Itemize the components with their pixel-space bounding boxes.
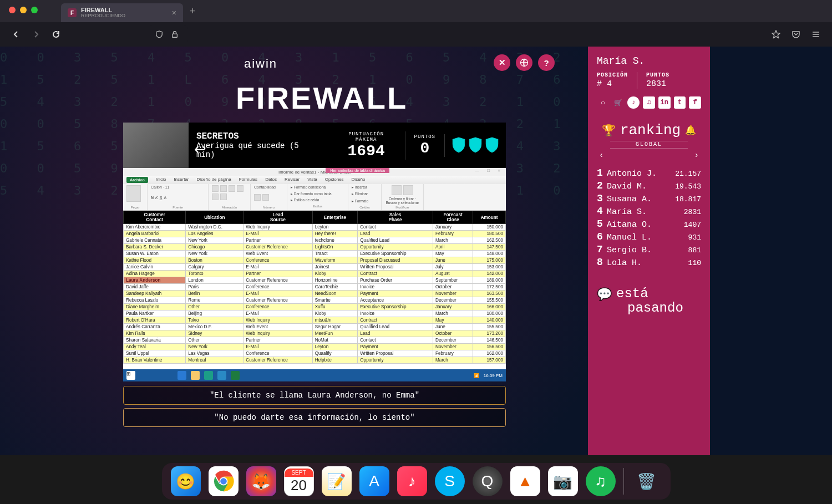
ss-menu-item[interactable]: Insertar — [174, 177, 189, 183]
happening-text[interactable]: está pasando — [616, 287, 683, 316]
back-button[interactable] — [11, 29, 21, 39]
table-row[interactable]: Janice GalvinCalgaryE-MailJoinestWritten… — [124, 264, 506, 271]
table-row[interactable]: H. Brian ValentineMontrealCustomer Refer… — [124, 357, 506, 364]
table-row[interactable]: Laura AndersonLondonCustomer ReferenceHo… — [124, 277, 506, 284]
excel-icon[interactable] — [231, 371, 240, 380]
dock-vlc-icon[interactable]: ▲ — [510, 466, 540, 496]
lock-icon — [170, 29, 180, 39]
window-maximize-button[interactable] — [31, 7, 38, 13]
table-row[interactable]: Paula NartkerBeijingE-MailKiobyInvoiceMa… — [124, 310, 506, 317]
cart-icon[interactable]: 🛒 — [612, 96, 625, 109]
table-header[interactable]: LeadSource — [243, 211, 312, 224]
start-button[interactable]: ⊞ — [126, 371, 135, 380]
new-tab-button[interactable]: + — [190, 6, 196, 17]
dock-appstore-icon[interactable]: A — [359, 466, 389, 496]
table-row[interactable]: Diane MargheimOtherConferenceXuffuExecut… — [124, 304, 506, 310]
ss-menu-item[interactable]: Inicio — [156, 177, 166, 183]
window-close-button[interactable] — [9, 7, 16, 13]
bookmark-star-icon[interactable] — [771, 29, 781, 39]
close-game-button[interactable]: ✕ — [494, 54, 510, 71]
spreadsheet-window[interactable]: Informe de ventas1 - Microsoft Excel Her… — [123, 168, 506, 381]
pocket-icon[interactable] — [791, 29, 801, 39]
table-row[interactable]: Adina HagegeTorontoPartnerKiobyContractA… — [124, 271, 506, 277]
table-row[interactable]: Sandeep KaliyathBerlinE-MailNeedSoonPaym… — [124, 291, 506, 297]
dock-trash-icon[interactable]: 🗑️ — [632, 466, 662, 496]
table-row[interactable]: Andy TealNew YorkE-MailLeytonPaymentNove… — [124, 344, 506, 350]
window-buttons[interactable]: — □ × — [475, 168, 504, 173]
ss-menu-item[interactable]: Diseño — [352, 177, 366, 183]
dialogue-line-2[interactable]: "No puedo darte esa información, lo sien… — [123, 408, 506, 427]
table-row[interactable]: Andrés CarranzaMexico D.F.Web EventSegur… — [124, 324, 506, 330]
ss-menu-item[interactable]: Vista — [307, 177, 317, 183]
help-button[interactable]: ? — [538, 54, 555, 71]
store-icon[interactable] — [204, 371, 213, 380]
dialogue-line-1[interactable]: "El cliente se llama Laura Anderson, no … — [123, 386, 506, 405]
linkedin-icon[interactable]: in — [658, 96, 671, 109]
bell-icon[interactable]: 🔔 — [685, 125, 696, 136]
hamburger-menu-icon[interactable] — [811, 29, 821, 39]
scope-next-icon[interactable]: › — [694, 151, 699, 160]
scope-prev-icon[interactable]: ‹ — [599, 151, 603, 160]
table-header[interactable]: Amount — [473, 211, 506, 224]
table-row[interactable]: Robert O'HaraTokioWeb Inquirymtsu&hiCont… — [124, 317, 506, 324]
edge-icon[interactable] — [177, 371, 186, 380]
table-row[interactable]: Rebecca LaszloRomeCustomer ReferenceSmar… — [124, 297, 506, 304]
mail-icon[interactable] — [217, 371, 226, 380]
table-row[interactable]: Gabriele CannataNew YorkPartnertechclone… — [124, 237, 506, 244]
table-row[interactable]: Kim AbercrombieWashington D.C.Web Inquir… — [124, 224, 506, 231]
dock-skype-icon[interactable]: S — [435, 466, 465, 496]
table-row[interactable]: Kathie FloodBostonConferenceWaveformProp… — [124, 257, 506, 264]
ss-menu-item[interactable]: Fórmulas — [239, 177, 257, 183]
ss-menu-item[interactable]: Archivo — [126, 177, 148, 183]
table-header[interactable]: ForecastClose — [433, 211, 473, 224]
spotify-icon[interactable]: ♪ — [627, 96, 640, 109]
windows-taskbar[interactable]: ⊞ 📶 16:09 PM — [123, 369, 506, 381]
table-row[interactable]: Sharon SalavariaOtherPartnerNoMatContact… — [124, 337, 506, 344]
tab-close-icon[interactable]: × — [172, 8, 176, 17]
spreadsheet-tool-tab: Herramientas de tabla dinámica — [326, 168, 389, 173]
shields-container — [445, 137, 506, 154]
dock-separator — [623, 468, 624, 495]
dock-firefox-icon[interactable]: 🦊 — [246, 466, 276, 496]
language-button[interactable] — [516, 54, 532, 71]
table-row[interactable]: David JaffeParisConferenceGaroTechieInvo… — [124, 284, 506, 291]
home-icon[interactable]: ⌂ — [597, 96, 609, 109]
dock-calendar-icon[interactable]: SEPT 20 — [284, 466, 314, 496]
table-row[interactable]: Angela BarbariolLos ÁngelesE-MailHey the… — [124, 231, 506, 237]
ss-menu-item[interactable]: Opciones — [325, 177, 344, 183]
table-header[interactable]: SalesPhase — [358, 211, 433, 224]
table-row[interactable]: Susan W. EatonNew YorkWeb EventTraactExe… — [124, 251, 506, 257]
ss-menu-item[interactable]: Diseño de página — [197, 177, 231, 183]
dock-music-icon[interactable]: ♪ — [397, 466, 427, 496]
dock-notes-icon[interactable]: 📝 — [322, 466, 352, 496]
ss-menu-item[interactable]: Datos — [265, 177, 277, 183]
spreadsheet-table[interactable]: CustomerContactUbicationLeadSourceEnterp… — [123, 211, 506, 364]
spreadsheet-menu-bar[interactable]: ArchivoInicioInsertarDiseño de páginaFór… — [123, 176, 506, 184]
ss-menu-item[interactable]: Revisar — [285, 177, 300, 183]
ranking-row: 5Aitana O.1407 — [597, 218, 701, 230]
reload-button[interactable] — [51, 29, 61, 39]
table-header[interactable]: Ubication — [186, 211, 243, 224]
explorer-icon[interactable] — [191, 371, 200, 380]
table-row[interactable]: Barbara S. DeckerChicagoCustomer Referen… — [124, 244, 506, 251]
table-header[interactable]: CustomerContact — [124, 211, 186, 224]
table-header[interactable]: Enterprise — [312, 211, 358, 224]
tab-favicon: F — [68, 8, 77, 17]
address-bar[interactable] — [149, 26, 187, 43]
window-minimize-button[interactable] — [20, 7, 27, 13]
facebook-icon[interactable]: f — [689, 96, 701, 109]
spreadsheet-ribbon[interactable]: Pegar Calibri · 11 N K S A Fuente Alinea… — [123, 184, 506, 211]
dock-spotify-icon[interactable]: ♫ — [586, 466, 616, 496]
table-row[interactable]: Kim RallsSidneyWeb InquiryMeetFunLeadOct… — [124, 330, 506, 337]
apple-music-icon[interactable]: ♫ — [643, 96, 655, 109]
dock-chrome-icon[interactable] — [209, 466, 239, 496]
forward-button[interactable] — [31, 29, 41, 39]
dock-quicktime-icon[interactable]: Q — [473, 466, 503, 496]
table-row[interactable]: Sunil UppalLas VegasConferenceQuaalifyWr… — [124, 350, 506, 357]
twitter-icon[interactable]: t — [674, 96, 686, 109]
dock-photobooth-icon[interactable]: 📷 — [548, 466, 578, 496]
browser-tab[interactable]: F FIREWALL REPRODUCIENDO × — [61, 3, 183, 22]
dock-finder-icon[interactable]: 😊 — [171, 466, 201, 496]
shield-icon — [485, 137, 499, 154]
back-arrow-icon[interactable]: ↩ — [194, 141, 206, 158]
